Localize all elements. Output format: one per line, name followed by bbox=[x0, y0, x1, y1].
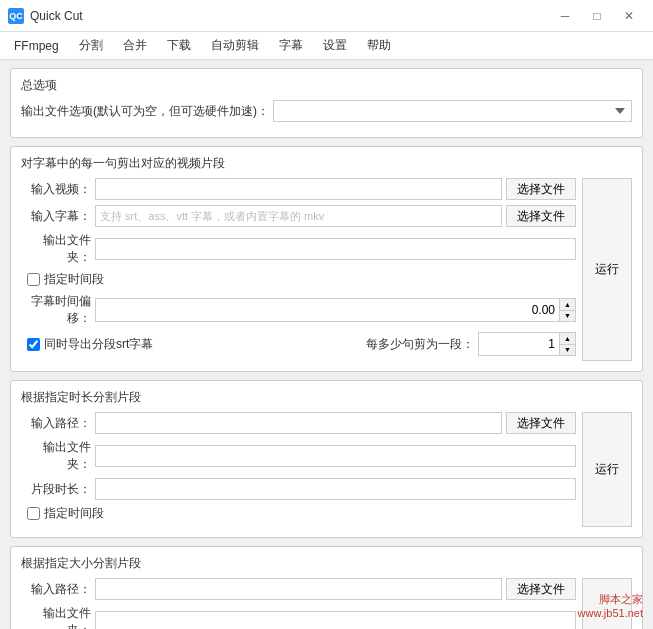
main-content: 总选项 输出文件选项(默认可为空，但可选硬件加速)： 对字幕中的每一句剪出对应的… bbox=[0, 60, 653, 629]
menu-help[interactable]: 帮助 bbox=[357, 33, 401, 58]
duration-select-button[interactable]: 选择文件 bbox=[506, 412, 576, 434]
app-title: Quick Cut bbox=[30, 9, 83, 23]
menu-split[interactable]: 分割 bbox=[69, 33, 113, 58]
subtitle-main-row: 输入视频： 选择文件 输入字幕： 选择文件 输出文件夹： bbox=[21, 178, 632, 361]
size-forms: 输入路径： 选择文件 输出文件夹： 片段大小(MB)： 指定时间段 bbox=[21, 578, 576, 629]
duration-run-col: 运行 bbox=[582, 412, 632, 527]
duration-run-button[interactable]: 运行 bbox=[582, 412, 632, 527]
subtitle-offset-arrows: ▲ ▼ bbox=[559, 299, 575, 321]
duration-value-row: 片段时长： bbox=[21, 478, 576, 500]
duration-forms: 输入路径： 选择文件 输出文件夹： 片段时长： 指定时间段 bbox=[21, 412, 576, 527]
subtitle-offset-row: 字幕时间偏移： ▲ ▼ bbox=[21, 293, 576, 327]
duration-specify-time-row: 指定时间段 bbox=[27, 505, 576, 522]
menu-subtitle[interactable]: 字幕 bbox=[269, 33, 313, 58]
input-video-label: 输入视频： bbox=[21, 181, 91, 198]
title-bar-controls: ─ □ ✕ bbox=[549, 4, 645, 28]
size-main-row: 输入路径： 选择文件 输出文件夹： 片段大小(MB)： 指定时间段 bbox=[21, 578, 632, 629]
output-options-combo[interactable] bbox=[273, 100, 632, 122]
specify-time-checkbox[interactable] bbox=[27, 273, 40, 286]
subtitle-offset-down[interactable]: ▼ bbox=[560, 310, 575, 322]
segment-up[interactable]: ▲ bbox=[560, 333, 575, 344]
specify-time-label[interactable]: 指定时间段 bbox=[44, 271, 104, 288]
size-section-title: 根据指定大小分割片段 bbox=[21, 555, 632, 572]
menu-ffmpeg[interactable]: FFmpeg bbox=[4, 35, 69, 57]
menu-merge[interactable]: 合并 bbox=[113, 33, 157, 58]
maximize-button[interactable]: □ bbox=[581, 4, 613, 28]
size-run-button[interactable]: 运行 bbox=[582, 578, 632, 629]
duration-input-label: 输入路径： bbox=[21, 415, 91, 432]
segment-spinbox: ▲ ▼ bbox=[478, 332, 576, 356]
duration-output-row: 输出文件夹： bbox=[21, 439, 576, 473]
duration-output-field[interactable] bbox=[95, 445, 576, 467]
subtitle-forms: 输入视频： 选择文件 输入字幕： 选择文件 输出文件夹： bbox=[21, 178, 576, 361]
global-options-title: 总选项 bbox=[21, 77, 632, 94]
select-video-button[interactable]: 选择文件 bbox=[506, 178, 576, 200]
duration-value-label: 片段时长： bbox=[21, 481, 91, 498]
output-options-label: 输出文件选项(默认可为空，但可选硬件加速)： bbox=[21, 103, 269, 120]
size-select-button[interactable]: 选择文件 bbox=[506, 578, 576, 600]
subtitle-run-button[interactable]: 运行 bbox=[582, 178, 632, 361]
output-folder-row: 输出文件夹： bbox=[21, 232, 576, 266]
subtitle-section-title: 对字幕中的每一句剪出对应的视频片段 bbox=[21, 155, 632, 172]
size-output-row: 输出文件夹： bbox=[21, 605, 576, 629]
export-srt-checkbox[interactable] bbox=[27, 338, 40, 351]
specify-time-row: 指定时间段 bbox=[27, 271, 576, 288]
close-button[interactable]: ✕ bbox=[613, 4, 645, 28]
menu-bar: FFmpeg 分割 合并 下载 自动剪辑 字幕 设置 帮助 bbox=[0, 32, 653, 60]
input-video-row: 输入视频： 选择文件 bbox=[21, 178, 576, 200]
export-srt-row: 同时导出分段srt字幕 每多少句剪为一段： ▲ ▼ bbox=[21, 332, 576, 356]
title-bar: QC Quick Cut ─ □ ✕ bbox=[0, 0, 653, 32]
segment-input[interactable] bbox=[479, 333, 559, 355]
duration-specify-time-label[interactable]: 指定时间段 bbox=[44, 505, 104, 522]
segment-label: 每多少句剪为一段： bbox=[366, 336, 474, 353]
output-folder-label: 输出文件夹： bbox=[21, 232, 91, 266]
minimize-button[interactable]: ─ bbox=[549, 4, 581, 28]
segment-arrows: ▲ ▼ bbox=[559, 333, 575, 355]
input-video-field[interactable] bbox=[95, 178, 502, 200]
size-section: 根据指定大小分割片段 输入路径： 选择文件 输出文件夹： 片段大小(MB)： bbox=[10, 546, 643, 629]
select-subtitle-button[interactable]: 选择文件 bbox=[506, 205, 576, 227]
menu-download[interactable]: 下载 bbox=[157, 33, 201, 58]
subtitle-offset-label: 字幕时间偏移： bbox=[21, 293, 91, 327]
size-run-col: 运行 bbox=[582, 578, 632, 629]
size-input-label: 输入路径： bbox=[21, 581, 91, 598]
input-subtitle-row: 输入字幕： 选择文件 bbox=[21, 205, 576, 227]
duration-input-row: 输入路径： 选择文件 bbox=[21, 412, 576, 434]
input-subtitle-field[interactable] bbox=[95, 205, 502, 227]
export-srt-label[interactable]: 同时导出分段srt字幕 bbox=[44, 336, 153, 353]
duration-main-row: 输入路径： 选择文件 输出文件夹： 片段时长： 指定时间段 bbox=[21, 412, 632, 527]
size-input-field[interactable] bbox=[95, 578, 502, 600]
duration-section-title: 根据指定时长分割片段 bbox=[21, 389, 632, 406]
size-output-label: 输出文件夹： bbox=[21, 605, 91, 629]
subtitle-offset-spinbox: ▲ ▼ bbox=[95, 298, 576, 322]
menu-auto-edit[interactable]: 自动剪辑 bbox=[201, 33, 269, 58]
subtitle-offset-up[interactable]: ▲ bbox=[560, 299, 575, 310]
title-bar-left: QC Quick Cut bbox=[8, 8, 83, 24]
size-input-row: 输入路径： 选择文件 bbox=[21, 578, 576, 600]
duration-value-field[interactable] bbox=[95, 478, 576, 500]
app-icon: QC bbox=[8, 8, 24, 24]
duration-output-label: 输出文件夹： bbox=[21, 439, 91, 473]
subtitle-offset-input[interactable] bbox=[96, 299, 559, 321]
duration-input-field[interactable] bbox=[95, 412, 502, 434]
menu-settings[interactable]: 设置 bbox=[313, 33, 357, 58]
duration-section: 根据指定时长分割片段 输入路径： 选择文件 输出文件夹： 片段时长： bbox=[10, 380, 643, 538]
duration-specify-time-checkbox[interactable] bbox=[27, 507, 40, 520]
output-folder-field[interactable] bbox=[95, 238, 576, 260]
global-options-section: 总选项 输出文件选项(默认可为空，但可选硬件加速)： bbox=[10, 68, 643, 138]
subtitle-run-col: 运行 bbox=[582, 178, 632, 361]
subtitle-section: 对字幕中的每一句剪出对应的视频片段 输入视频： 选择文件 输入字幕： 选择文件 … bbox=[10, 146, 643, 372]
output-options-row: 输出文件选项(默认可为空，但可选硬件加速)： bbox=[21, 100, 632, 122]
input-subtitle-label: 输入字幕： bbox=[21, 208, 91, 225]
segment-down[interactable]: ▼ bbox=[560, 344, 575, 356]
size-output-field[interactable] bbox=[95, 611, 576, 629]
